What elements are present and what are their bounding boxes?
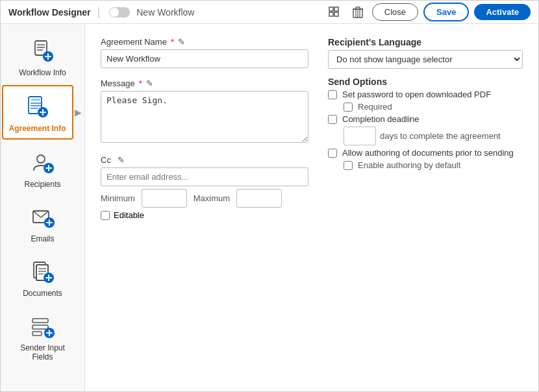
min-max-row: Minimum Maximum [101,189,308,208]
maximum-input[interactable] [236,189,282,208]
content-area: Agreement Name * ✎ Message * ✎ Please Si… [85,24,538,391]
minimum-label: Minimum [101,193,135,203]
svg-rect-41 [32,319,48,323]
editable-checkbox[interactable] [101,211,110,220]
sidebar-nav-arrow: ▶ [73,107,84,117]
activate-button[interactable]: Activate [474,4,531,20]
completion-deadline-checkbox[interactable] [328,115,337,124]
agreement-name-edit-icon[interactable]: ✎ [178,37,185,47]
recipient-language-select[interactable]: Do not show language selector [328,50,523,69]
pdf-password-checkbox[interactable] [328,90,337,99]
allow-authoring-checkbox[interactable] [328,149,337,158]
recipient-language-title: Recipient's Language [328,37,523,47]
sender-input-fields-icon [27,311,58,342]
svg-point-24 [37,155,45,163]
deadline-days-row: days to complete the agreement [344,127,523,145]
enable-authoring-default-label: Enable authoring by default [358,160,460,170]
header-separator: | [97,5,101,19]
main-layout: Workflow Info [1,24,538,391]
sidebar-label-workflow-info: Workflow Info [19,68,66,77]
completion-deadline-label: Completion deadline [342,114,420,124]
sidebar-item-recipients[interactable]: Recipients [7,142,79,194]
recipients-icon [27,147,58,178]
required-sub-option: Required [344,102,523,112]
sidebar: Workflow Info [1,24,85,391]
agreement-name-input[interactable] [101,49,308,68]
delete-button[interactable] [349,3,367,21]
svg-rect-42 [32,325,48,329]
required-checkbox[interactable] [344,103,353,112]
pdf-password-option: Set password to open downloaded PDF [328,90,523,99]
deadline-days-input[interactable] [344,127,376,145]
send-options-title: Send Options [328,77,523,87]
svg-rect-1 [334,7,338,11]
message-label: Message * ✎ [101,79,308,88]
completion-deadline-option: Completion deadline [328,114,523,124]
workflow-toggle[interactable] [109,7,130,18]
message-required-star: * [139,79,142,88]
grid-icon [329,6,340,18]
svg-rect-0 [329,7,333,11]
svg-rect-2 [329,12,333,16]
allow-authoring-option: Allow authoring of documents prior to se… [328,148,523,158]
svg-rect-17 [31,99,40,101]
cc-edit-icon[interactable]: ✎ [118,155,125,165]
toggle-thumb [110,8,119,17]
editable-row: Editable [101,210,308,220]
send-options-section: Send Options Set password to open downlo… [328,77,523,173]
agreement-name-label: Agreement Name * ✎ [101,37,308,47]
sidebar-item-sender-input-fields[interactable]: Sender Input Fields [7,306,79,367]
app-title: Workflow Designer [8,7,91,18]
sidebar-item-agreement-info[interactable]: Agreement Info [2,85,73,140]
cc-input[interactable] [101,167,308,186]
sidebar-item-workflow-info[interactable]: Workflow Info [7,31,79,82]
sidebar-label-sender-input-fields: Sender Input Fields [10,343,76,361]
enable-authoring-default-option: Enable authoring by default [344,160,523,170]
message-input[interactable]: Please Sign. [101,91,308,143]
emails-icon [27,202,58,233]
enable-authoring-default-checkbox[interactable] [344,161,353,170]
days-label: days to complete the agreement [380,131,501,141]
content-left: Agreement Name * ✎ Message * ✎ Please Si… [101,37,308,378]
sidebar-label-agreement-info: Agreement Info [8,124,66,133]
content-right: Recipient's Language Do not show languag… [328,37,523,378]
header: Workflow Designer | New Workflow [1,1,538,24]
recipient-language-section: Recipient's Language Do not show languag… [328,37,523,69]
minimum-input[interactable] [142,189,187,208]
documents-icon [27,256,58,288]
agreement-info-icon [22,92,53,123]
trash-icon [353,6,363,18]
maximum-label: Maximum [194,193,230,203]
save-button[interactable]: Save [423,3,469,21]
header-actions: Close Save Activate [325,3,531,21]
agreement-name-field: Agreement Name * ✎ [101,37,308,68]
sidebar-label-documents: Documents [23,289,62,298]
workflow-name: New Workflow [136,7,194,18]
cc-field: Cc ✎ Minimum Maximum Editable [101,155,308,220]
required-star: * [171,37,174,47]
workflow-info-icon [27,36,58,67]
message-edit-icon[interactable]: ✎ [146,79,153,88]
allow-authoring-label: Allow authoring of documents prior to se… [342,148,514,158]
sidebar-item-documents[interactable]: Documents [7,251,79,303]
grid-icon-button[interactable] [325,3,344,21]
required-label: Required [358,102,392,112]
cc-label-row: Cc ✎ [101,155,308,165]
sidebar-item-emails[interactable]: Emails [7,197,79,249]
sidebar-label-recipients: Recipients [24,180,60,189]
sidebar-label-emails: Emails [31,234,54,243]
message-field: Message * ✎ Please Sign. [101,79,308,145]
svg-rect-3 [334,12,338,16]
svg-rect-43 [32,332,42,336]
app-window: Workflow Designer | New Workflow [0,0,539,392]
close-button[interactable]: Close [372,3,418,21]
pdf-password-label: Set password to open downloaded PDF [342,90,491,99]
editable-label: Editable [114,210,144,220]
